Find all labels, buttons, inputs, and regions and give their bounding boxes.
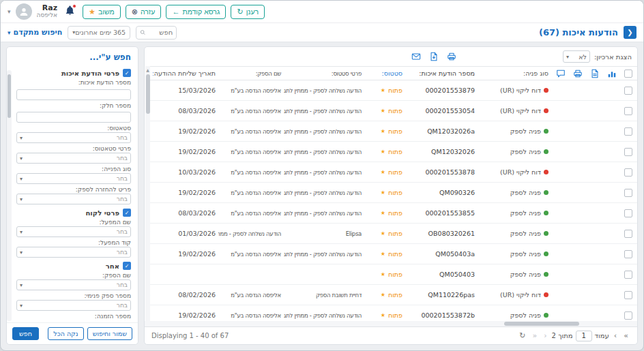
row-checkbox[interactable] — [624, 271, 632, 279]
cell-type: פניה לספק — [510, 271, 541, 278]
search-input[interactable] — [148, 29, 173, 36]
refresh-label: רענן — [246, 7, 259, 16]
print-icon[interactable] — [447, 52, 456, 61]
scroll-up-arrow[interactable]: ▲ — [145, 66, 150, 72]
filter-field-label: פריט להחזרה לספק: — [16, 186, 131, 193]
advanced-search-toggle[interactable]: חיפוש מתקדם ▾ — [8, 28, 62, 37]
checkbox-checked-icon[interactable]: ✓ — [123, 262, 131, 270]
cell-notification-number: QM050403 — [405, 271, 478, 278]
previous-version-button[interactable]: גרסא קודמת ← — [166, 5, 226, 19]
vertical-scrollbar-thumb[interactable] — [146, 74, 150, 114]
user-info[interactable]: Raz אליפסה — [37, 4, 58, 19]
refresh-button[interactable]: רענן ↻ — [231, 5, 265, 19]
sidebar-scrollbar-thumb[interactable] — [8, 74, 11, 118]
reload-list-button[interactable]: ↻ — [517, 331, 527, 340]
select-value: בחר — [117, 228, 128, 235]
notifications-bell[interactable] — [65, 5, 75, 18]
row-checkbox[interactable] — [624, 250, 632, 258]
cell-status-details: הודעה נשלחה לספק - ממתין לתגובת הספק — [284, 108, 364, 115]
column-header-supplier[interactable]: שם הספק: — [218, 70, 284, 77]
type-status-dot — [544, 313, 548, 318]
table-row[interactable]: פניה לספק QM050403a פתוח★ הודעה נשלחה לס… — [145, 244, 637, 264]
previous-page-button[interactable]: ‹ — [542, 331, 548, 340]
row-checkbox[interactable] — [624, 107, 632, 115]
cell-sent-date: 10/03/2026 — [153, 168, 218, 176]
row-checkbox[interactable] — [624, 230, 632, 238]
clear-all-button[interactable]: נקה הכל — [48, 327, 83, 340]
help-icon: ⊗ — [132, 8, 138, 16]
filter-select[interactable]: בחר▾ — [16, 226, 131, 237]
row-checkbox[interactable] — [624, 291, 632, 299]
horizontal-scrollbar-thumb[interactable] — [504, 322, 579, 326]
table-row[interactable]: פניה לספק QM12032026a פתוח★ הודעה נשלחה … — [145, 121, 637, 142]
cell-supplier: אליפסה הנדסה בע"מ — [218, 189, 284, 196]
archive-value: לא — [579, 53, 587, 61]
column-header-status[interactable]: סטטוס: — [364, 70, 405, 77]
row-checkbox[interactable] — [624, 127, 632, 136]
avatar[interactable] — [16, 3, 32, 20]
feedback-button[interactable]: משוב ★ — [83, 5, 121, 19]
cell-type: פניה לספק — [510, 230, 541, 237]
cell-status-details: הודעה נשלחה לספק - ממתין לתגובת הספק — [284, 128, 364, 135]
back-button[interactable]: ❮ — [624, 26, 636, 39]
filter-select[interactable]: בחר▾ — [16, 132, 131, 143]
column-header-details[interactable]: פרטי סטטוס: — [284, 70, 364, 77]
table-row[interactable]: דוח ליקוי (UR) 000201553878 פתוח★ הודעה … — [145, 162, 637, 183]
checkbox-checked-icon[interactable]: ✓ — [123, 69, 131, 77]
type-status-dot — [544, 170, 548, 174]
select-all-checkbox[interactable] — [624, 70, 632, 78]
chevron-down-icon: ▾ — [20, 229, 23, 235]
days-filter-dropdown[interactable]: 365 ימים אחרונים ▾ — [68, 26, 130, 40]
filter-input[interactable] — [16, 112, 131, 123]
filter-section-header[interactable]: ✓ פרטי הודעת איכות — [16, 69, 131, 77]
export-icon[interactable] — [429, 52, 439, 61]
filter-select[interactable]: בחר▾ — [16, 173, 131, 184]
first-page-button[interactable]: « — [530, 331, 539, 340]
table-row[interactable]: פניה לספק QM090326 פתוח★ הודעה נשלחה לספ… — [145, 183, 637, 203]
user-menu-caret-icon[interactable]: ▾ — [8, 8, 11, 15]
table-row[interactable]: דוח ליקוי (UR) 000201553054 פתוח★ הודעה … — [145, 101, 637, 121]
filter-section-header[interactable]: ✓ אחר — [16, 262, 131, 270]
table-row[interactable]: פניה לספק QM12032026 פתוח★ הודעה נשלחה ל… — [145, 142, 637, 162]
help-button[interactable]: עזרה ⊗ — [126, 5, 162, 19]
filter-field-label: שם הספק: — [16, 272, 131, 279]
row-checkbox[interactable] — [624, 189, 632, 197]
chevron-icon: ❮ — [627, 29, 632, 36]
chart-icon[interactable] — [607, 69, 617, 78]
table-row[interactable]: פניה לספק QM050403 פתוח★ — [145, 264, 637, 285]
filter-section-header[interactable]: ✓ פרטי לקוח — [16, 209, 131, 217]
filter-select[interactable]: בחר▾ — [16, 279, 131, 290]
filter-select[interactable]: בחר▾ — [16, 194, 131, 204]
filter-select[interactable]: בחר▾ — [16, 153, 131, 164]
table-row[interactable]: פניה לספק 000201553855 פתוח★ הודעה נשלחה… — [145, 203, 637, 224]
column-header-type[interactable]: סוג פניה: — [478, 70, 551, 77]
row-checkbox[interactable] — [624, 148, 632, 156]
column-header-date[interactable]: תאריך שליחת ההודעה: — [153, 70, 218, 77]
table-row[interactable]: דוח ליקוי (UR) QM110226pas פתוח★ דחיית ת… — [145, 285, 637, 305]
last-page-button[interactable]: » — [621, 331, 630, 340]
filter-select[interactable]: בחר▾ — [16, 247, 131, 258]
column-header-number[interactable]: מספר הודעת איכות: — [405, 70, 478, 77]
page-number-input[interactable] — [576, 331, 592, 341]
file-icon[interactable] — [590, 69, 600, 78]
checkbox-checked-icon[interactable]: ✓ — [123, 209, 131, 217]
row-checkbox[interactable] — [624, 87, 632, 95]
mail-icon[interactable] — [411, 52, 421, 61]
save-search-button[interactable]: שמור וחיפוש — [87, 327, 132, 340]
table-row[interactable]: פניה לספק OB080320261 פתוח★ Elipsa הודעה… — [145, 224, 637, 244]
row-checkbox[interactable] — [624, 311, 632, 320]
table-row[interactable]: דוח ליקוי (UR) 000201553879 פתוח★ הודעה … — [145, 80, 637, 101]
print-icon[interactable] — [573, 69, 583, 78]
next-page-button[interactable]: › — [612, 331, 619, 340]
cell-notification-number: OB080320261 — [405, 230, 478, 237]
filter-search-button[interactable]: חפש — [12, 327, 39, 340]
select-value: בחר — [117, 134, 128, 141]
sidebar-title: חפש ע"י... — [7, 47, 138, 65]
row-checkbox[interactable] — [624, 168, 632, 177]
status-star-icon: ★ — [381, 169, 385, 175]
filter-input[interactable] — [16, 89, 131, 100]
row-checkbox[interactable] — [624, 209, 632, 217]
archive-select[interactable]: לא ▾ — [563, 50, 590, 63]
filter-select[interactable]: בחר▾ — [16, 300, 131, 311]
chat-icon[interactable] — [556, 69, 566, 78]
